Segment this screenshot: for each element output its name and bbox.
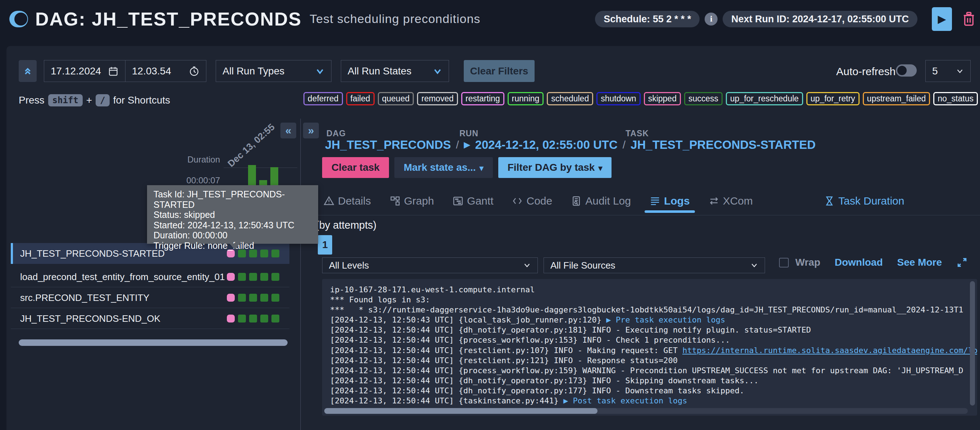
run-types-select[interactable]: All Run Types — [216, 60, 331, 82]
legend-badge-skipped[interactable]: skipped — [644, 92, 681, 105]
tabs-divider — [301, 215, 980, 215]
legend-badge-failed[interactable]: failed — [346, 92, 375, 105]
pre-task-logs-link[interactable]: ▶ Pre task execution logs — [606, 315, 725, 324]
breadcrumb-run-value[interactable]: 2024-12-12, 02:55:00 UTC — [475, 138, 617, 152]
run-time-input[interactable]: 12.03.54 — [125, 60, 206, 82]
legend-badge-deferred[interactable]: deferred — [304, 92, 343, 105]
delete-dag-icon[interactable] — [963, 11, 975, 27]
fullscreen-icon[interactable] — [956, 257, 968, 268]
logger-url-link[interactable]: https://internal.runtime.solita.saasdev.… — [682, 346, 977, 355]
refresh-interval-value: 5 — [932, 65, 956, 77]
legend-badge-upstream-failed[interactable]: upstream_failed — [863, 92, 931, 105]
run-date-input[interactable]: 17.12.2024 — [44, 60, 125, 82]
logs-icon — [650, 196, 660, 206]
legend-badge-scheduled[interactable]: scheduled — [547, 92, 593, 105]
tab-label: Task Duration — [838, 195, 904, 207]
tab-graph[interactable]: Graph — [390, 195, 434, 207]
task-instance-square[interactable] — [249, 273, 257, 281]
download-link[interactable]: Download — [835, 257, 883, 268]
task-instance-square[interactable] — [271, 273, 279, 281]
run-types-value: All Run Types — [223, 65, 315, 77]
by-attempts-label: (by attempts) — [316, 219, 376, 231]
post-task-logs-link[interactable]: ▶ Post task execution logs — [563, 396, 687, 405]
task-instance-square[interactable] — [238, 294, 246, 302]
dag-run-state-square[interactable] — [227, 315, 235, 323]
task-instance-square[interactable] — [249, 294, 257, 302]
log-output[interactable]: ip-10-167-28-171.eu-west-1.compute.inter… — [322, 279, 977, 416]
duration-bar[interactable] — [259, 180, 267, 185]
task-instance-square[interactable] — [249, 315, 257, 323]
logo-crescent-icon — [14, 13, 27, 25]
task-instance-square[interactable] — [271, 315, 279, 323]
log-vertical-scrollbar[interactable] — [970, 281, 975, 406]
legend-badge-success[interactable]: success — [684, 92, 722, 105]
legend-badge-up-for-retry[interactable]: up_for_retry — [807, 92, 859, 105]
tab-xcom[interactable]: XCom — [709, 195, 753, 207]
app-header: DAG: JH_TEST_PRECONDS Test scheduling pr… — [0, 0, 980, 38]
tab-code[interactable]: Code — [512, 195, 552, 207]
mark-state-label: Mark state as... — [404, 162, 476, 173]
log-line: [2024-12-13, 12:50:44 UTC] {taskinstance… — [330, 396, 969, 406]
task-row[interactable]: src.PRECOND_TEST_ENTITY — [11, 288, 290, 308]
state-legend: deferred failed queued removed restartin… — [304, 92, 978, 105]
refresh-interval-select[interactable]: 5 — [925, 60, 970, 82]
log-sources-select[interactable]: All File Sources — [544, 257, 765, 273]
legend-badge-restarting[interactable]: restarting — [461, 92, 504, 105]
task-instance-square[interactable] — [260, 294, 268, 302]
breadcrumb-dag-value[interactable]: JH_TEST_PRECONDS — [325, 138, 451, 152]
info-icon[interactable]: i — [705, 13, 718, 25]
task-instance-square[interactable] — [249, 250, 257, 257]
task-state-squares — [227, 315, 279, 323]
clear-task-button[interactable]: Clear task — [322, 157, 389, 178]
clear-filters-button[interactable]: Clear Filters — [464, 60, 535, 82]
dag-description: Test scheduling preconditions — [310, 12, 480, 26]
mark-state-button[interactable]: Mark state as...▾ — [395, 157, 493, 178]
task-instance-square[interactable] — [260, 273, 268, 281]
task-row[interactable]: load_precond_test_entity_from_source_ent… — [11, 267, 290, 287]
task-instance-square[interactable] — [260, 250, 268, 257]
legend-badge-up-for-reschedule[interactable]: up_for_reschedule — [726, 92, 803, 105]
log-line: [2024-12-13, 12:50:44 UTC] {dh_notify_op… — [330, 376, 969, 386]
dag-run-state-square[interactable] — [227, 250, 235, 257]
see-more-link[interactable]: See More — [897, 257, 942, 268]
task-actions: Clear task Mark state as...▾ Filter DAG … — [322, 157, 611, 178]
filter-dag-button[interactable]: Filter DAG by task▾ — [498, 157, 612, 178]
wrap-checkbox[interactable] — [779, 258, 789, 268]
dag-run-state-square[interactable] — [227, 294, 235, 302]
breadcrumb-task-value[interactable]: JH_TEST_PRECONDS-STARTED — [630, 138, 816, 152]
tab-gantt[interactable]: Gantt — [453, 195, 493, 207]
tab-logs[interactable]: Logs — [650, 195, 690, 207]
grid-prev-button[interactable]: « — [280, 123, 296, 139]
legend-badge-removed[interactable]: removed — [417, 92, 458, 105]
task-instance-square[interactable] — [260, 315, 268, 323]
dag-run-state-square[interactable] — [227, 273, 235, 281]
task-row[interactable]: JH_TEST_PRECONDS-END_OK — [11, 309, 290, 329]
log-line: [2024-12-13, 12:50:44 UTC] {dh_notify_op… — [330, 325, 969, 335]
trigger-dag-button[interactable]: ▶ — [932, 7, 952, 31]
run-states-select[interactable]: All Run States — [341, 60, 449, 82]
collapse-filters-button[interactable] — [19, 60, 37, 82]
app-logo[interactable] — [10, 11, 28, 27]
tab-audit-log[interactable]: Audit Log — [571, 195, 631, 207]
grid-horizontal-scrollbar[interactable] — [19, 339, 288, 346]
auto-refresh-toggle[interactable] — [896, 64, 917, 76]
legend-badge-queued[interactable]: queued — [378, 92, 414, 105]
legend-badge-running[interactable]: running — [508, 92, 544, 105]
task-state-squares — [227, 250, 279, 257]
log-horizontal-scrollbar[interactable] — [324, 408, 598, 414]
task-instance-square[interactable] — [238, 250, 246, 257]
task-instance-square[interactable] — [238, 273, 246, 281]
duration-bar[interactable] — [248, 165, 256, 185]
task-instance-square[interactable] — [271, 250, 279, 257]
tab-details[interactable]: Details — [323, 195, 371, 207]
duration-bar[interactable] — [270, 167, 278, 185]
panel-divider[interactable] — [300, 119, 301, 430]
legend-badge-no-status[interactable]: no_status — [933, 92, 978, 105]
tab-task-duration[interactable]: Task Duration — [824, 192, 904, 210]
log-levels-select[interactable]: All Levels — [322, 257, 538, 273]
legend-badge-shutdown[interactable]: shutdown — [597, 92, 640, 105]
grid-next-button[interactable]: » — [303, 123, 319, 139]
task-instance-square[interactable] — [238, 315, 246, 323]
attempt-1-button[interactable]: 1 — [318, 235, 332, 255]
task-instance-square[interactable] — [271, 294, 279, 302]
